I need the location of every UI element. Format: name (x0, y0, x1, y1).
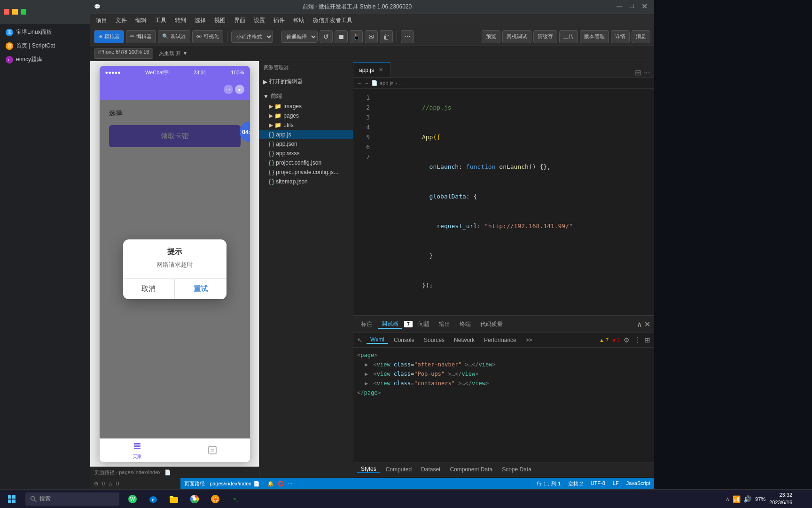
start-button[interactable] (0, 490, 23, 508)
sys-icon-volume[interactable]: 🔊 (743, 495, 751, 503)
show-desktop-btn[interactable] (796, 490, 808, 508)
taskbar-app-edge[interactable]: e (144, 490, 163, 508)
taskbar-app-chrome[interactable] (185, 490, 204, 508)
menu-select[interactable]: 选择 (191, 15, 210, 26)
menu-goto[interactable]: 转到 (171, 15, 190, 26)
device-select[interactable]: iPhone 6/7/8 100% 16 (94, 48, 153, 59)
tab-close-appjs[interactable]: ✕ (377, 66, 384, 74)
explorer-menu-icon[interactable]: ⋯ (344, 64, 349, 71)
mail-btn[interactable]: ✉ (365, 30, 378, 43)
bottom-tab-buyer[interactable]: 买家 (132, 441, 143, 460)
bookmark-baota[interactable]: 宝 宝塔Linux面板 (0, 25, 90, 39)
menu-file[interactable]: 文件 (112, 15, 131, 26)
utils-folder[interactable]: ▶ 📁 utils (259, 120, 353, 130)
devtools-tab-debugger[interactable]: 调试器 (378, 320, 402, 329)
maximize-btn[interactable] (21, 9, 26, 15)
sys-icon-caret[interactable]: ∧ (726, 496, 730, 502)
modal-retry-btn[interactable]: 重试 (175, 279, 226, 299)
inspector-tab-wxml[interactable]: Wxml (367, 336, 388, 344)
more-icon[interactable]: ⋮ (633, 335, 641, 344)
menu-tools[interactable]: 工具 (151, 15, 170, 26)
inspector-tab-console[interactable]: Console (390, 337, 418, 343)
inspect-element-icon[interactable]: ↖ (357, 336, 363, 344)
taskbar-clock[interactable]: 23:32 2023/6/16 (769, 492, 792, 506)
breadcrumb-go-forward[interactable]: → (364, 80, 369, 86)
inspector-tab-sources[interactable]: Sources (420, 337, 448, 343)
taskbar-app-firefox[interactable]: 🦊 (206, 490, 225, 508)
close-btn[interactable] (4, 9, 9, 15)
styles-tab-styles[interactable]: Styles (357, 466, 380, 473)
mode-select[interactable]: 小程序模式 (231, 31, 273, 43)
debugger-btn[interactable]: 🔍 调试器 (158, 30, 190, 43)
nav-dot-close[interactable]: ● (235, 85, 244, 94)
clean-btn[interactable]: 🗑 (380, 30, 393, 43)
devtools-collapse-icon[interactable]: ∧ (637, 320, 642, 329)
bookmark-enncy[interactable]: e enncy题库 (0, 53, 90, 66)
appjson-file[interactable]: { } app.json (259, 139, 353, 149)
message-btn[interactable]: 消息 (632, 30, 650, 43)
menu-help[interactable]: 帮助 (289, 15, 308, 26)
bookmark-homepage[interactable]: 首 首页 | ScriptCat (0, 39, 90, 53)
menu-plugins[interactable]: 插件 (270, 15, 289, 26)
taskbar-search[interactable]: 搜索 (25, 492, 119, 506)
phone-preview-btn[interactable]: 📱 (350, 30, 363, 43)
visual-btn[interactable]: 👁 可视化 (192, 30, 223, 43)
real-device-btn[interactable]: 真机调试 (502, 30, 531, 43)
inspector-tab-more[interactable]: >> (522, 337, 536, 343)
inspector-tab-performance[interactable]: Performance (480, 337, 520, 343)
styles-tab-computed[interactable]: Computed (382, 466, 415, 473)
devtools-tab-annotation[interactable]: 标注 (357, 320, 376, 328)
menu-settings[interactable]: 设置 (250, 15, 269, 26)
preview-btn[interactable]: 预览 (482, 30, 500, 43)
nav-dot-menu[interactable]: ··· (224, 85, 233, 94)
stop-btn[interactable]: ⏹ (335, 30, 348, 43)
close-window-btn[interactable]: ✕ (639, 2, 650, 12)
split-editor-icon[interactable]: ⊞ (635, 68, 641, 77)
settings-icon[interactable]: ⚙ (624, 336, 630, 344)
minimize-btn[interactable] (12, 9, 18, 15)
devtools-close-icon[interactable]: ✕ (644, 320, 650, 329)
breadcrumb-go-back[interactable]: ← (357, 80, 362, 86)
editor-btn[interactable]: ✏ 编辑器 (126, 30, 156, 43)
devtools-tab-quality[interactable]: 代码质量 (476, 320, 507, 328)
taskbar-app-terminal[interactable]: >_ (226, 490, 245, 508)
extra-btn[interactable]: ⋯ (401, 30, 414, 43)
styles-tab-component[interactable]: Component Data (446, 466, 496, 473)
sys-icon-network[interactable]: 📶 (733, 495, 741, 503)
details-btn[interactable]: 详情 (611, 30, 630, 43)
projectconfig-file[interactable]: { } project.config.json (259, 158, 353, 167)
xml-view-pop-ups[interactable]: ▶ <view class="Pop-ups" >…</view> (357, 369, 650, 379)
bottom-tab-2[interactable] (207, 444, 218, 457)
devtools-tab-issues[interactable]: 问题 (414, 320, 433, 328)
pages-folder[interactable]: ▶ 📁 pages (259, 111, 353, 120)
taskbar-app-1[interactable]: W (123, 490, 142, 508)
sitemap-file[interactable]: { } sitemap.json (259, 177, 353, 186)
simulator-btn[interactable]: ⊞ 模拟器 (94, 30, 124, 43)
xml-view-containers[interactable]: ▶ <view class="containers" >…</view> (357, 379, 650, 388)
menu-project[interactable]: 项目 (92, 15, 111, 26)
modal-cancel-btn[interactable]: 取消 (123, 279, 175, 299)
tab-appjs[interactable]: app.js ✕ (353, 62, 390, 77)
menu-edit[interactable]: 编辑 (132, 15, 150, 26)
open-editors-header[interactable]: ▶ 打开的编辑器 (259, 76, 353, 87)
upload-btn[interactable]: 上传 (559, 30, 578, 43)
styles-tab-scope[interactable]: Scope Data (498, 466, 535, 473)
appwxss-file[interactable]: { } app.wxss (259, 149, 353, 158)
projectprivate-file[interactable]: { } project.private.config.js... (259, 167, 353, 177)
menu-view[interactable]: 视图 (211, 15, 229, 26)
devtools-tab-output[interactable]: 输出 (435, 320, 454, 328)
panel-toggle-icon[interactable]: ⊞ (645, 336, 650, 344)
bottom-icon-1[interactable]: ⊕ (94, 481, 98, 487)
compile-select[interactable]: 普通编译 (281, 31, 318, 43)
version-mgr-btn[interactable]: 版本管理 (580, 30, 609, 43)
menu-wechat[interactable]: 微信开发者工具 (309, 15, 356, 26)
images-folder[interactable]: ▶ 📁 images (259, 102, 353, 111)
devtools-tab-terminal[interactable]: 终端 (456, 320, 475, 328)
taskbar-app-folder[interactable] (164, 490, 183, 508)
inspector-tab-network[interactable]: Network (450, 337, 478, 343)
code-editor[interactable]: //app.js App({ onLaunch: function onLaun… (372, 89, 654, 315)
bottom-icon-2[interactable]: △ (109, 481, 112, 487)
minimize-window-btn[interactable]: ─ (614, 2, 625, 12)
frontend-folder-header[interactable]: ▼ 前端 (259, 91, 353, 102)
maximize-window-btn[interactable]: □ (627, 2, 637, 12)
